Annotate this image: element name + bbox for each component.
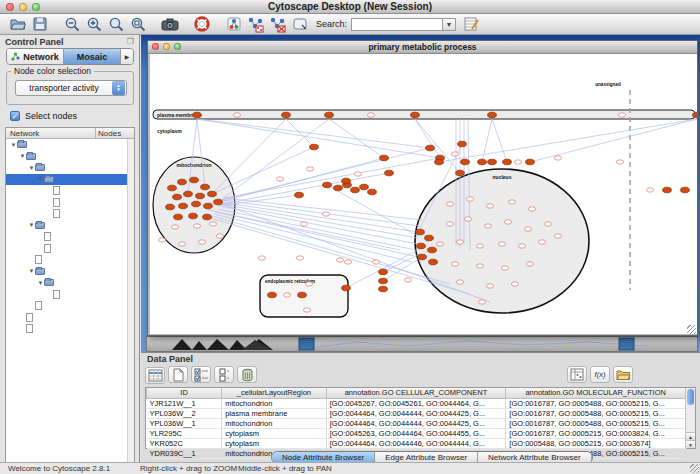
network-node[interactable] [368, 189, 377, 195]
network-node-outline[interactable] [504, 220, 511, 224]
network-node[interactable] [190, 177, 199, 183]
network-node[interactable] [184, 191, 193, 197]
network-node-outline[interactable] [336, 258, 343, 262]
table-row[interactable]: YJR121W__1mitochondrion[GO:0045267, GO:0… [147, 398, 686, 408]
disclosure-triangle-icon[interactable]: ▼ [28, 165, 35, 171]
network-node[interactable] [310, 144, 319, 150]
network-node-outline[interactable] [296, 256, 303, 260]
scroll-down-icon[interactable]: ▼ [686, 440, 695, 448]
network-node-outline[interactable] [646, 188, 653, 192]
tab-network[interactable]: Network [7, 49, 64, 64]
network-node[interactable] [192, 201, 201, 207]
delete-attribute-icon[interactable] [237, 366, 257, 383]
network-node[interactable] [204, 203, 213, 209]
help-icon[interactable] [192, 15, 212, 33]
network-node-outline[interactable] [322, 212, 329, 216]
snapshot-icon[interactable] [160, 15, 180, 33]
network-node-outline[interactable] [456, 280, 463, 284]
network-node-outline[interactable] [178, 242, 185, 246]
network-node-outline[interactable] [451, 152, 458, 156]
network-node-outline[interactable] [618, 113, 625, 117]
network-node[interactable] [429, 259, 438, 265]
tree-row[interactable] [6, 231, 134, 243]
network-node[interactable] [342, 178, 351, 184]
network-node-outline[interactable] [305, 282, 312, 286]
network-node[interactable] [425, 235, 434, 241]
tree-row[interactable] [6, 185, 134, 197]
network-node-outline[interactable] [554, 234, 561, 238]
network-node-outline[interactable] [233, 113, 240, 117]
region-nucleus[interactable] [415, 169, 589, 313]
formula-builder-icon[interactable]: f(x) [590, 366, 610, 383]
network-node-outline[interactable] [404, 278, 411, 282]
unselect-attributes-icon[interactable] [214, 366, 234, 383]
zoom-fit-icon[interactable] [106, 15, 126, 33]
network-node[interactable] [168, 185, 177, 191]
table-col-header[interactable]: _cellularLayoutRegion [222, 388, 326, 398]
network-node-outline[interactable] [303, 308, 310, 312]
network-node[interactable] [268, 292, 277, 298]
network-node[interactable] [417, 243, 426, 249]
network-node-outline[interactable] [554, 156, 561, 160]
tree-row[interactable]: ▼ [6, 151, 134, 163]
select-attributes-icon[interactable] [191, 366, 211, 383]
network-node[interactable] [174, 214, 183, 220]
new-attribute-icon[interactable] [168, 366, 188, 383]
network-node[interactable] [379, 278, 388, 284]
network-node-outline[interactable] [508, 200, 515, 204]
float-panel-icon[interactable]: ❐ [127, 37, 134, 46]
disclosure-triangle-icon[interactable]: ▼ [10, 142, 17, 148]
scrollbar-thumb[interactable] [687, 389, 694, 405]
network-node-outline[interactable] [518, 244, 525, 248]
table-row[interactable]: YLR295Ccytoplasm[GO:0045263, GO:0044464,… [147, 428, 686, 438]
network-node[interactable] [380, 155, 389, 161]
table-row[interactable]: YPL036W__1mitochondrion[GO:0044464, GO:0… [147, 418, 686, 428]
network-node[interactable] [166, 204, 175, 210]
network-node[interactable] [456, 170, 465, 176]
network-node[interactable] [488, 159, 497, 165]
network-node[interactable] [385, 170, 394, 176]
network-node[interactable] [461, 159, 470, 165]
network-node[interactable] [428, 247, 437, 253]
network-node[interactable] [193, 112, 202, 118]
disclosure-triangle-icon[interactable]: ▼ [37, 176, 44, 182]
search-input[interactable] [351, 18, 443, 31]
network-node-outline[interactable] [446, 222, 453, 226]
network-node[interactable] [435, 159, 444, 165]
table-col-header[interactable]: annotation.GO CELLULAR_COMPONENT [326, 388, 506, 398]
tree-row[interactable] [6, 312, 134, 324]
network-node-outline[interactable] [300, 222, 307, 226]
network-node[interactable] [379, 286, 388, 292]
network-node[interactable] [526, 159, 535, 165]
network-node[interactable] [426, 145, 435, 151]
tab-mosaic[interactable]: Mosaic [64, 49, 121, 64]
network-node-outline[interactable] [616, 160, 623, 164]
disclosure-triangle-icon[interactable]: ▼ [28, 268, 35, 274]
tree-row[interactable]: ▼ [6, 162, 134, 174]
network-node-outline[interactable] [476, 244, 483, 248]
network-node[interactable] [178, 179, 187, 185]
network-node-outline[interactable] [276, 177, 283, 181]
tree-row[interactable]: ▼ [6, 174, 134, 186]
network-window-titlebar[interactable]: primary metabolic process [148, 41, 697, 54]
network-node-outline[interactable] [456, 240, 463, 244]
network-node-outline[interactable] [306, 167, 313, 171]
window-resize-grip[interactable] [687, 325, 696, 334]
network-node-outline[interactable] [344, 260, 351, 264]
table-scrollbar[interactable]: ▲ ▼ [685, 388, 695, 448]
network-node-outline[interactable] [209, 222, 216, 226]
attribute-table-icon[interactable] [461, 15, 481, 33]
network-node[interactable] [411, 112, 420, 118]
app-resize-grip[interactable] [690, 464, 699, 473]
table-row[interactable]: YKR052Ccytoplasm[GO:0044464, GO:0044446,… [147, 438, 686, 448]
network-node-outline[interactable] [451, 262, 458, 266]
network-node[interactable] [416, 229, 425, 235]
vizmapper-icon[interactable] [224, 15, 244, 33]
network-node[interactable] [325, 112, 334, 118]
zoom-in-icon[interactable] [84, 15, 104, 33]
network-node-outline[interactable] [216, 234, 223, 238]
network-node-outline[interactable] [486, 204, 493, 208]
destroy-view-icon[interactable] [268, 15, 288, 33]
network-node-outline[interactable] [511, 282, 518, 286]
network-node[interactable] [503, 159, 512, 165]
